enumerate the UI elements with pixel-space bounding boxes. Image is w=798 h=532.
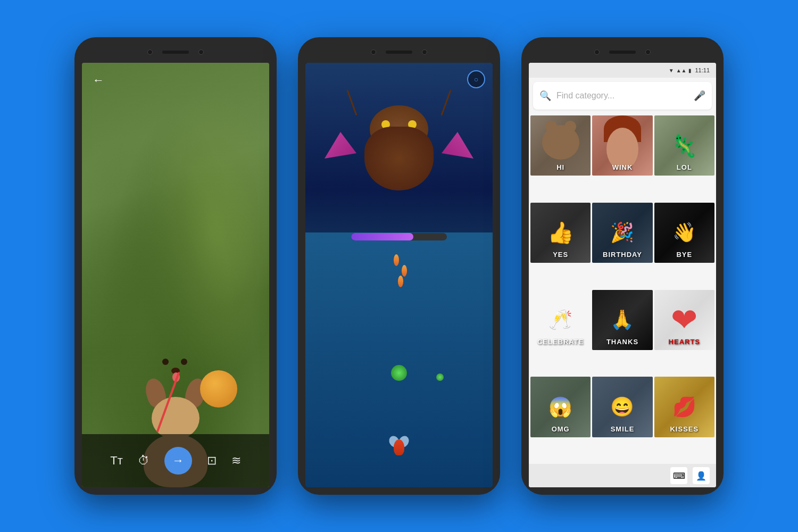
- status-circle-icon: ○: [474, 75, 478, 84]
- timer-tool-icon[interactable]: ⏱: [138, 454, 149, 468]
- search-icon: 🔍: [539, 90, 551, 102]
- gif-kisses-label: KISSES: [654, 425, 714, 433]
- person-icon-btn[interactable]: 👤: [693, 467, 710, 484]
- camera-dot-2: [198, 49, 204, 55]
- camera-dot-4: [422, 49, 427, 55]
- speaker-grille: [162, 51, 189, 54]
- phone-3-screen: ▼ ▲▲ ▮ 11:11 🔍 Find category... 🎤: [529, 63, 716, 487]
- player-fairy: [388, 429, 410, 455]
- gif-cell-yes[interactable]: 👍 YES: [530, 203, 591, 263]
- phone-2-top-bar: [305, 45, 493, 60]
- text-tool-icon[interactable]: Tт: [110, 454, 123, 468]
- camera-dot-6: [645, 49, 651, 55]
- gif-cell-hi[interactable]: HI: [530, 115, 591, 176]
- game-screen: ○: [305, 63, 493, 487]
- battery-icon: ▮: [688, 68, 692, 73]
- monster-wing-left: [325, 132, 356, 159]
- health-bar: [351, 233, 447, 240]
- monster-body: [364, 127, 434, 190]
- back-button[interactable]: ←: [93, 73, 104, 87]
- gif-birthday-label: BIRTHDAY: [592, 251, 652, 259]
- speaker-grille-2: [386, 51, 412, 54]
- tennis-ball: [200, 370, 237, 408]
- gif-cell-celebrate[interactable]: 🥂 CELEBRATE: [530, 290, 591, 350]
- gif-cell-wink[interactable]: WINK: [592, 115, 652, 176]
- gif-lol-label: LOL: [654, 163, 714, 171]
- projectile-3: [398, 276, 403, 287]
- gif-hearts-label: HEARTS: [654, 338, 714, 346]
- gif-cell-bye[interactable]: 👋 BYE: [654, 203, 714, 263]
- bear-ear-left: [545, 121, 557, 132]
- gif-bye-label: BYE: [654, 251, 714, 259]
- gif-yes-label: YES: [530, 251, 591, 259]
- gif-smile-label: SMILE: [592, 425, 652, 433]
- phone-3-top-bar: [529, 45, 716, 60]
- camera-dot-5: [594, 49, 600, 55]
- signal-icon: ▲▲: [676, 68, 687, 73]
- game-orb: [391, 365, 407, 381]
- phone-2-screen: ○: [305, 63, 493, 487]
- gif-cell-hearts[interactable]: ❤ HEARTS: [654, 290, 714, 350]
- clock: 11:11: [695, 67, 710, 73]
- game-orb-2: [436, 373, 444, 381]
- heart-icon: ❤: [671, 301, 697, 338]
- gif-cell-lol[interactable]: 🦎 LOL: [654, 115, 714, 176]
- fairy-body: [394, 439, 404, 455]
- gif-grid: HI WINK 🦎 LOL: [529, 114, 716, 464]
- bear-illustration: [542, 125, 579, 160]
- gif-thanks-label: THANKS: [592, 338, 652, 346]
- next-button[interactable]: →: [164, 447, 192, 475]
- photo-editor-screen: ← Tт ⏱ → ⊡ ≋: [82, 63, 269, 487]
- phone-3: ▼ ▲▲ ▮ 11:11 🔍 Find category... 🎤: [521, 37, 724, 495]
- gif-cell-smile[interactable]: 😄 SMILE: [592, 377, 652, 437]
- lizard-illustration: 🦎: [671, 134, 697, 159]
- phone-1-screen: ← Tт ⏱ → ⊡ ≋: [82, 63, 269, 487]
- bottom-nav-bar: ⌨ 👤: [529, 464, 716, 487]
- search-bar[interactable]: 🔍 Find category... 🎤: [533, 82, 712, 110]
- microphone-icon[interactable]: 🎤: [694, 90, 705, 102]
- status-icons: ▼ ▲▲ ▮: [669, 68, 692, 73]
- monster-antler-right: [441, 90, 452, 115]
- speaker-grille-3: [609, 51, 636, 54]
- projectile-2: [402, 265, 407, 277]
- gif-cell-kisses[interactable]: 💋 KISSES: [654, 377, 714, 437]
- monster-antler-left: [347, 90, 358, 115]
- arrow-icon: →: [172, 454, 184, 468]
- health-bar-fill: [351, 233, 413, 240]
- camera-dot: [147, 49, 153, 55]
- gif-cell-birthday[interactable]: 🎉 BIRTHDAY: [592, 203, 652, 263]
- gif-keyboard-screen: ▼ ▲▲ ▮ 11:11 🔍 Find category... 🎤: [529, 63, 716, 487]
- keyboard-icon-btn[interactable]: ⌨: [670, 467, 687, 484]
- camera-dot-3: [371, 49, 376, 55]
- monster-wing-right: [442, 132, 473, 159]
- gif-wink-label: WINK: [592, 163, 652, 171]
- gif-hi-label: HI: [530, 163, 591, 171]
- phone-1-top-bar: [82, 45, 269, 60]
- game-status-icon[interactable]: ○: [467, 70, 485, 88]
- wifi-icon: ▼: [669, 68, 674, 73]
- person-icon: 👤: [696, 471, 706, 481]
- gif-celebrate-label: CELEBRATE: [530, 338, 591, 346]
- projectile-1: [394, 254, 399, 266]
- dog-eye-right: [181, 359, 187, 365]
- keyboard-icon: ⌨: [673, 471, 685, 481]
- dog-head: [152, 397, 200, 439]
- search-placeholder-text: Find category...: [556, 91, 688, 101]
- gif-cell-omg[interactable]: 😱 OMG: [530, 377, 591, 437]
- phone-1: ← Tт ⏱ → ⊡ ≋: [74, 37, 277, 495]
- gif-cell-thanks[interactable]: 🙏 THANKS: [592, 290, 652, 350]
- photo-toolbar: Tт ⏱ → ⊡ ≋: [82, 434, 269, 487]
- bear-ear-right: [564, 121, 576, 132]
- dog-eye-left: [162, 359, 169, 365]
- filter-tool-icon[interactable]: ≋: [231, 454, 241, 468]
- crop-tool-icon[interactable]: ⊡: [207, 454, 217, 468]
- boss-monster: [346, 105, 452, 222]
- phone-2: ○: [298, 37, 500, 495]
- gif-omg-label: OMG: [530, 425, 591, 433]
- status-bar: ▼ ▲▲ ▮ 11:11: [529, 63, 716, 78]
